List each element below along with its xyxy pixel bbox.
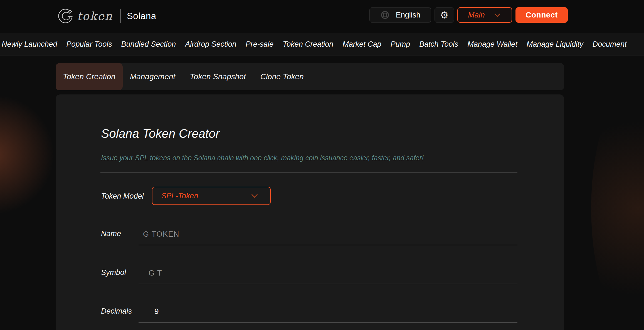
symbol-input[interactable]: G T — [149, 269, 162, 278]
tab-clone-token[interactable]: Clone Token — [253, 63, 311, 90]
token-creator-panel: Solana Token Creator Issue your SPL toke… — [56, 94, 564, 330]
gear-icon: ⚙ — [440, 9, 448, 21]
header: token Solana English ⚙ Main — [0, 0, 644, 32]
token-model-value: SPL-Token — [161, 192, 198, 200]
decimals-input-underline — [139, 322, 517, 323]
symbol-label: Symbol — [101, 268, 126, 277]
nav-item-airdrop-section[interactable]: Airdrop Section — [185, 40, 236, 49]
logo-g-icon — [56, 7, 75, 26]
page: token Solana English ⚙ Main — [0, 0, 644, 330]
nav-item-pump[interactable]: Pump — [391, 40, 410, 49]
language-button[interactable]: English — [369, 7, 431, 23]
token-model-select[interactable]: SPL-Token — [152, 187, 271, 205]
network-label: Main — [468, 11, 485, 19]
name-input[interactable]: G TOKEN — [143, 230, 179, 239]
tab-management[interactable]: Management — [123, 63, 182, 90]
globe-icon — [380, 10, 390, 20]
nav-item-token-creation[interactable]: Token Creation — [283, 40, 333, 49]
symbol-input-underline — [139, 284, 517, 284]
tab-token-creation[interactable]: Token Creation — [56, 63, 123, 90]
nav-item-pre-sale[interactable]: Pre-sale — [246, 40, 274, 49]
nav-item-newly-launched[interactable]: Newly Launched — [2, 40, 57, 49]
logo-divider — [120, 9, 121, 23]
nav-item-bundled-section[interactable]: Bundled Section — [121, 40, 176, 49]
logo-wordmark: token — [77, 10, 113, 22]
section-divider — [100, 172, 517, 173]
nav-item-manage-liquidity[interactable]: Manage Liquidity — [527, 40, 583, 49]
main-nav: Newly Launched Popular Tools Bundled Sec… — [0, 33, 644, 56]
connect-button[interactable]: Connect — [515, 7, 568, 23]
nav-item-market-cap[interactable]: Market Cap — [342, 40, 381, 49]
name-input-underline — [139, 245, 517, 245]
chevron-down-icon — [493, 11, 502, 19]
nav-item-batch-tools[interactable]: Batch Tools — [419, 40, 458, 49]
nav-item-manage-wallet[interactable]: Manage Wallet — [467, 40, 517, 49]
chain-name: Solana — [127, 11, 156, 21]
nav-item-popular-tools[interactable]: Popular Tools — [66, 40, 112, 49]
tab-token-snapshot[interactable]: Token Snapshot — [182, 63, 253, 90]
background-glow-right — [591, 83, 644, 330]
tab-bar: Token Creation Management Token Snapshot… — [56, 63, 564, 90]
token-model-label: Token Model — [101, 192, 144, 201]
page-title: Solana Token Creator — [101, 127, 219, 141]
decimals-input[interactable]: 9 — [154, 307, 159, 316]
decimals-label: Decimals — [101, 307, 132, 316]
settings-button[interactable]: ⚙ — [435, 7, 454, 23]
background-glow-left — [0, 88, 61, 221]
header-controls: English ⚙ Main Connect — [369, 7, 568, 23]
language-label: English — [396, 11, 421, 19]
nav-item-document[interactable]: Document — [593, 40, 627, 49]
network-select[interactable]: Main — [457, 7, 512, 23]
page-subtitle: Issue your SPL tokens on the Solana chai… — [101, 154, 424, 162]
chevron-down-icon — [250, 191, 259, 200]
logo[interactable]: token Solana — [56, 4, 156, 28]
name-label: Name — [101, 229, 121, 238]
